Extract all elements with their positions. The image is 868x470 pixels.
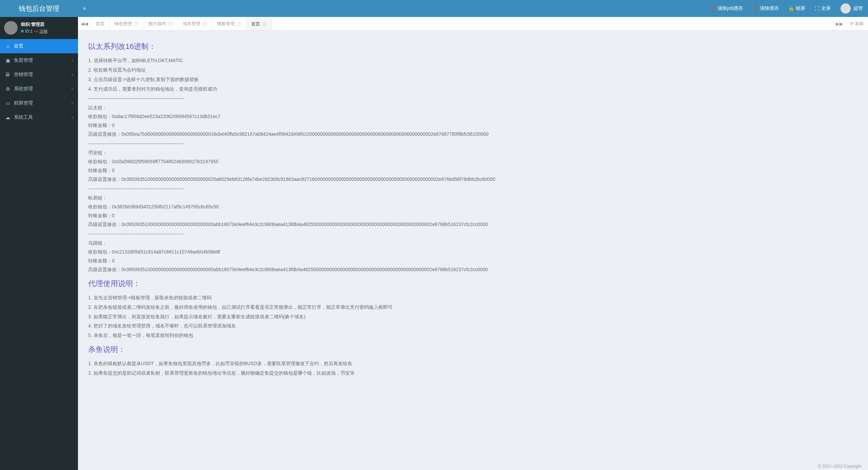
logout-link[interactable]: 注销 <box>39 28 47 34</box>
chain-amount: 转账金额：0 <box>88 257 858 265</box>
clear-job-label: 清除job缓存 <box>717 5 743 12</box>
chevron-left-icon: ‹ <box>72 87 73 91</box>
user-panel: 组织:管理层 ID:1 ↪ 注销 <box>0 17 78 39</box>
refresh-icon: ⟳ <box>850 21 854 26</box>
menu-icon: ⚙ <box>5 86 11 92</box>
tab-4[interactable]: 模板管理× <box>212 17 246 30</box>
close-icon[interactable]: × <box>237 21 241 26</box>
copyright: © 2021~2022 Copyright <box>78 463 868 470</box>
menu-icon: 🏛 <box>5 72 11 77</box>
section-heading-hex: 以太系列改16进制： <box>88 40 858 53</box>
sidebar-item-1[interactable]: ▣鱼苗管理‹ <box>0 53 78 68</box>
chain-name: 以太链： <box>88 104 858 112</box>
close-icon[interactable]: × <box>168 21 173 26</box>
tab-label: 首页 <box>96 21 104 27</box>
sidebar-item-0[interactable]: ⌂首页 <box>0 39 78 53</box>
tab-0[interactable]: 首页 <box>91 17 110 30</box>
clear-job-cache-button[interactable]: ❓ 清除job缓存 <box>705 0 748 17</box>
tab-2[interactable]: 图片操作× <box>144 17 178 30</box>
step-line: 1. 选择转账平台币，如BNB,ETH,OKT,MATIC <box>88 57 858 65</box>
sidebar-item-3[interactable]: ⚙系统管理‹ <box>0 82 78 96</box>
menu-label: 系统工具 <box>14 114 33 120</box>
chain-advanced: 高级设置修改：0x3950935100000000000000000000000… <box>88 175 858 184</box>
sidebar-item-4[interactable]: ▭权限管理‹ <box>0 96 78 110</box>
app-logo: 钱包后台管理 <box>0 0 78 17</box>
username-label: 超管 <box>853 5 863 12</box>
lock-icon: 🔒 <box>788 6 794 11</box>
close-icon[interactable]: × <box>134 21 139 26</box>
chevron-left-icon: ‹ <box>72 101 73 106</box>
question-icon: ❓ <box>710 6 716 11</box>
step-line: 5. 杀鱼后，都是一笔一回，每笔直接转到你的钱包 <box>88 332 858 340</box>
close-icon[interactable]: × <box>202 21 207 26</box>
chain-name: 欧易链： <box>88 194 858 202</box>
fullscreen-button[interactable]: ⛶ 全屏 <box>810 0 835 17</box>
step-line: 4. 支付成功后，需要拿到对方的钱包地址，查询是否授权成功 <box>88 85 858 93</box>
user-org: 组织:管理层 <box>21 21 47 28</box>
user-menu[interactable]: 超管 <box>835 3 868 14</box>
step-line: 2. 如果鱼提交的是助记词或者私钥，联系管理更新鱼的钱包地址等信息，最好能确定鱼… <box>88 369 858 377</box>
chain-amount: 转账金额：0 <box>88 121 858 130</box>
clear-cache-label: 清除缓存 <box>760 5 779 12</box>
step-line: 2. 在把杀鱼链接或者二维码发给鱼之前，最好用鱼使用的钱包，自己测试打开看看是否… <box>88 303 858 312</box>
header: 钱包后台管理 ≡ ❓ 清除job缓存 ❓ 清除缓存 🔒 锁屏 ⛶ 全屏 <box>0 0 868 17</box>
sidebar-item-5[interactable]: ☁系统工具‹ <box>0 110 78 125</box>
chain-wallet: 收款钱包：0x55d398326f99059ff775485246999027b… <box>88 158 858 166</box>
tab-label: 域名管理 <box>183 21 200 27</box>
menu-icon: ▭ <box>5 100 11 106</box>
tab-label: 钱包管理 <box>114 21 132 27</box>
step-line: 1. 首先去营销管理->模板管理，获取杀鱼的链接或者二维码 <box>88 294 858 302</box>
divider: ----------------------------------------… <box>88 230 858 238</box>
step-line: 3. 点击高级设置->选择十六进制,复制下面的数据替换 <box>88 76 858 84</box>
refresh-label: 刷新 <box>855 21 864 27</box>
tab-nav-right[interactable]: ▶▶ <box>833 17 846 30</box>
chain-block: 马蹄链：收款钱包：0xc2132d05d31c914a87c6611c10748… <box>88 239 858 274</box>
lock-screen-button[interactable]: 🔒 锁屏 <box>784 0 810 17</box>
menu-label: 鱼苗管理 <box>14 57 33 63</box>
status-dot <box>21 30 24 33</box>
step-line: 1. 杀鱼的模板默认都是杀USDT，如果鱼钱包里面其他币多，比如币安链的BUSD… <box>88 360 858 368</box>
tab-5[interactable]: 首页× <box>246 17 272 30</box>
chain-block: 以太链：收款钱包：0xdac17f958d2ee523a220620699459… <box>88 104 858 138</box>
menu-icon: ▣ <box>5 58 11 63</box>
chain-advanced: 高级设置修改：0x095ea7b300000000000000000000000… <box>88 130 858 138</box>
chain-amount: 转账金额：0 <box>88 167 858 175</box>
close-icon[interactable]: × <box>262 22 267 26</box>
clear-cache-button[interactable]: ❓ 清除缓存 <box>748 0 784 17</box>
fullscreen-icon: ⛶ <box>815 6 820 11</box>
tab-label: 首页 <box>251 21 260 27</box>
chevron-left-icon: ‹ <box>72 72 73 77</box>
logout-icon: ↪ <box>34 28 38 35</box>
question-icon: ❓ <box>752 6 758 11</box>
chain-advanced: 高级设置修改：0x3950935100000000000000000000000… <box>88 221 858 229</box>
menu-icon: ⌂ <box>5 43 11 49</box>
lock-label: 锁屏 <box>796 5 805 12</box>
chain-wallet: 收款钱包：0x382bb369d343125bfb2117af9c149795c… <box>88 203 858 211</box>
chain-name: 马蹄链： <box>88 239 858 247</box>
step-line: 3. 如果能正常弹出，则直接发给鱼就行，如果提示域名被封，需要去重新生成链接或者… <box>88 313 858 321</box>
fullscreen-label: 全屏 <box>821 5 831 12</box>
divider: ----------------------------------------… <box>88 95 858 103</box>
section-heading-fish: 杀鱼说明： <box>88 343 858 356</box>
menu-label: 系统管理 <box>14 86 33 92</box>
menu-label: 权限管理 <box>14 100 33 106</box>
user-id: ID:1 <box>25 28 33 34</box>
menu-label: 首页 <box>14 43 23 49</box>
sidebar-toggle[interactable]: ≡ <box>78 6 91 11</box>
tab-1[interactable]: 钱包管理× <box>110 17 144 30</box>
chain-block: 币安链：收款钱包：0x55d398326f99059ff775485246999… <box>88 149 858 183</box>
chain-amount: 转账金额：0 <box>88 212 858 220</box>
tab-nav-left[interactable]: ◀◀ <box>78 17 91 30</box>
refresh-button[interactable]: ⟳ 刷新 <box>846 17 868 30</box>
menu-icon: ☁ <box>5 115 11 120</box>
chain-name: 币安链： <box>88 149 858 157</box>
chevron-left-icon: ‹ <box>72 58 73 63</box>
step-line: 2. 收款账号设置为合约地址 <box>88 66 858 74</box>
menu-label: 营销管理 <box>14 72 33 78</box>
tab-bar: ◀◀ 首页钱包管理×图片操作×域名管理×模板管理×首页× ▶▶ ⟳ 刷新 <box>78 17 868 31</box>
content-area: 以太系列改16进制： 1. 选择转账平台币，如BNB,ETH,OKT,MATIC… <box>78 31 868 463</box>
sidebar-item-2[interactable]: 🏛营销管理‹ <box>0 68 78 82</box>
step-line: 4. 把封了的域名发给管理禁用，域名不够时，也可以联系管理添加域名 <box>88 322 858 330</box>
tab-3[interactable]: 域名管理× <box>178 17 212 30</box>
chain-wallet: 收款钱包：0xc2132d05d31c914a87c6611c10748aeb0… <box>88 248 858 256</box>
